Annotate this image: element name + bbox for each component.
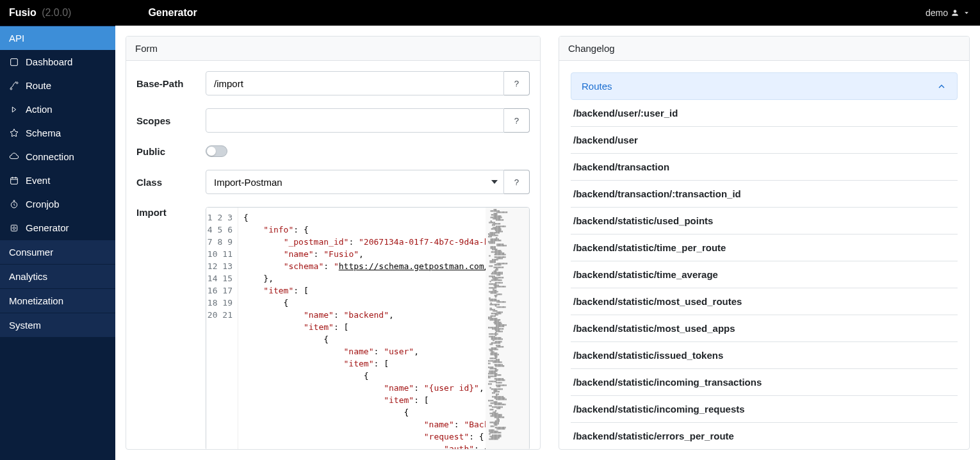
base-path-input[interactable]	[206, 71, 504, 95]
panel-changelog: Changelog Routes /backend/user/:user_id/…	[559, 36, 970, 450]
brand: Fusio (2.0.0)	[9, 7, 71, 19]
route-item[interactable]: /backend/statistic/issued_tokens	[571, 342, 958, 369]
dashboard-icon	[9, 57, 19, 67]
user-menu[interactable]: demo	[926, 8, 971, 18]
cronjob-icon	[9, 199, 19, 209]
route-item[interactable]: /backend/statistic/time_average	[571, 261, 958, 288]
label-class: Class	[136, 177, 206, 188]
route-item[interactable]: /backend/statistic/incoming_transactions	[571, 369, 958, 396]
sidebar-item-label: Cronjob	[26, 199, 60, 209]
public-toggle[interactable]	[206, 145, 227, 157]
sidebar-item-cronjob[interactable]: Cronjob	[0, 192, 115, 216]
accordion-routes-toggle[interactable]: Routes	[571, 73, 957, 99]
route-item[interactable]: /backend/statistic/most_used_routes	[571, 288, 958, 315]
class-select[interactable]: Import-Postman	[206, 170, 504, 194]
connection-icon	[9, 152, 19, 162]
import-editor[interactable]: 1 2 3 4 5 6 7 8 9 10 11 12 13 14 15 16 1…	[206, 207, 530, 449]
route-item[interactable]: /backend/user/:user_id	[571, 100, 958, 127]
route-icon	[9, 81, 19, 91]
sidebar-item-label: Schema	[26, 127, 61, 138]
route-item[interactable]: /backend/statistic/used_points	[571, 208, 958, 234]
sidebar-item-label: Connection	[26, 151, 74, 162]
route-item[interactable]: /backend/statistic/most_used_apps	[571, 315, 958, 342]
accordion-routes: Routes	[571, 72, 958, 100]
help-class[interactable]: ?	[504, 170, 530, 194]
sidebar-item-label: Dashboard	[26, 56, 72, 67]
brand-version: (2.0.0)	[42, 7, 71, 18]
sidebar-item-route[interactable]: Route	[0, 74, 115, 97]
editor-gutter: 1 2 3 4 5 6 7 8 9 10 11 12 13 14 15 16 1…	[206, 208, 238, 449]
svg-rect-3	[11, 177, 18, 184]
label-base-path: Base-Path	[136, 78, 206, 89]
sidebar-item-label: Event	[26, 175, 50, 186]
scopes-input[interactable]	[206, 108, 504, 133]
accordion-title: Routes	[582, 81, 612, 92]
route-item[interactable]: /backend/statistic/incoming_requests	[571, 396, 958, 423]
sidebar-item-dashboard[interactable]: Dashboard	[0, 50, 115, 74]
panel-form: Form Base-Path ? Scopes ?	[126, 36, 541, 450]
label-public: Public	[136, 146, 206, 157]
label-import: Import	[136, 207, 206, 218]
sidebar: API Dashboard Route Action Schema Connec…	[0, 26, 115, 460]
route-item[interactable]: /backend/transaction	[571, 154, 958, 181]
chevron-up-icon	[936, 81, 947, 92]
schema-icon	[9, 128, 19, 138]
svg-rect-5	[11, 225, 17, 231]
route-item[interactable]: /backend/statistic/time_per_route	[571, 234, 958, 261]
sidebar-cat-analytics[interactable]: Analytics	[0, 264, 115, 288]
svg-point-2	[16, 82, 18, 84]
route-list: /backend/user/:user_id/backend/user/back…	[571, 100, 958, 449]
generator-icon	[9, 223, 19, 233]
svg-rect-0	[11, 58, 18, 65]
sidebar-cat-system[interactable]: System	[0, 313, 115, 337]
sidebar-cat-monetization[interactable]: Monetization	[0, 288, 115, 313]
svg-point-1	[10, 88, 12, 90]
help-scopes[interactable]: ?	[504, 108, 530, 133]
sidebar-item-label: Generator	[26, 222, 69, 233]
panel-form-heading: Form	[126, 37, 540, 61]
chevron-down-icon	[962, 8, 971, 17]
brand-name: Fusio	[9, 7, 37, 18]
minimap-cursor[interactable]	[503, 208, 529, 210]
sidebar-cat-consumer[interactable]: Consumer	[0, 240, 115, 264]
sidebar-item-schema[interactable]: Schema	[0, 121, 115, 145]
label-scopes: Scopes	[136, 115, 206, 126]
minimap-content: ████ ████████████ ██████████████ █████ █…	[486, 208, 529, 441]
help-base-path[interactable]: ?	[504, 71, 530, 95]
sidebar-item-connection[interactable]: Connection	[0, 145, 115, 168]
route-item[interactable]: /backend/statistic/errors_per_route	[571, 423, 958, 449]
sidebar-item-label: Action	[26, 104, 53, 115]
sidebar-item-label: Route	[26, 80, 51, 91]
route-item[interactable]: /backend/user	[571, 127, 958, 154]
user-name: demo	[926, 8, 948, 18]
svg-point-6	[13, 227, 15, 229]
panel-changelog-heading: Changelog	[559, 37, 969, 61]
sidebar-item-generator[interactable]: Generator	[0, 216, 115, 240]
user-icon	[951, 8, 960, 17]
sidebar-cat-api[interactable]: API	[0, 26, 115, 50]
sidebar-item-event[interactable]: Event	[0, 168, 115, 192]
main: Form Base-Path ? Scopes ?	[115, 26, 980, 460]
editor-minimap[interactable]: ████ ████████████ ██████████████ █████ █…	[486, 208, 529, 449]
topbar: Fusio (2.0.0) Generator demo	[0, 0, 980, 26]
action-icon	[9, 104, 19, 115]
route-item[interactable]: /backend/transaction/:transaction_id	[571, 181, 958, 208]
editor-code[interactable]: { "info": { "_postman_id": "2067134a-01f…	[238, 208, 486, 449]
sidebar-item-action[interactable]: Action	[0, 97, 115, 121]
page-title: Generator	[148, 7, 197, 19]
event-icon	[9, 176, 19, 186]
